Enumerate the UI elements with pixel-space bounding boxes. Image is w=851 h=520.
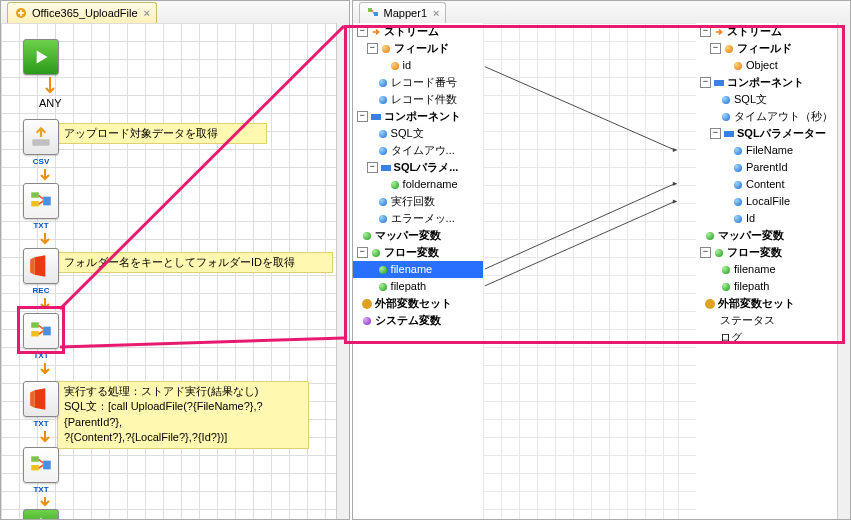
tgt-filepath-var[interactable]: filepath — [696, 278, 838, 295]
annotation-3: 実行する処理：ストアド実行(結果なし) SQL文：[call UploadFil… — [57, 381, 309, 449]
mapper-icon — [28, 452, 54, 478]
step-mapper-1[interactable]: TXT — [23, 183, 59, 230]
src-stream[interactable]: −ストリーム — [353, 23, 483, 40]
src-record-no[interactable]: レコード番号 — [353, 74, 483, 91]
src-ext-var[interactable]: 外部変数セット — [353, 295, 483, 312]
src-sql-param[interactable]: −SQLパラメ... — [353, 159, 483, 176]
tgt-object[interactable]: Object — [696, 57, 838, 74]
link-label: ANY — [39, 97, 62, 109]
svg-rect-3 — [31, 201, 39, 206]
tgt-log[interactable]: ログ — [696, 329, 838, 346]
src-record-count[interactable]: レコード件数 — [353, 91, 483, 108]
arrow-down-icon — [44, 77, 56, 97]
divider-canvas — [678, 23, 696, 519]
svg-point-15 — [362, 299, 372, 309]
step-tag: TXT — [33, 485, 48, 494]
tgt-sql-param[interactable]: −SQLパラメーター — [696, 125, 838, 142]
src-flow-var[interactable]: −フロー変数 — [353, 244, 483, 261]
svg-rect-1 — [32, 139, 49, 146]
svg-rect-4 — [43, 197, 51, 206]
map-lines — [483, 23, 678, 519]
tgt-status[interactable]: ステータス — [696, 312, 838, 329]
flow-canvas[interactable]: ANY アップロード対象データを取得 CSV TXT フォルダー名をキーとしてフ… — [1, 23, 337, 519]
annot3-line2: SQL文：[call UploadFile(?{FileName?},?{Par… — [64, 399, 302, 430]
step-tag: TXT — [33, 221, 48, 230]
mapper-pane: Mapper1 × −ストリーム −フィールド id レコード番号 レコード件数… — [352, 0, 851, 520]
tgt-stream[interactable]: −ストリーム — [696, 23, 838, 40]
arrow-down-icon — [39, 363, 51, 377]
tgt-flow-var[interactable]: −フロー変数 — [696, 244, 838, 261]
src-mapper-var[interactable]: マッパー変数 — [353, 227, 483, 244]
svg-rect-14 — [381, 165, 391, 171]
close-icon[interactable]: × — [433, 7, 439, 19]
svg-rect-12 — [374, 12, 378, 16]
office365-icon — [28, 253, 54, 279]
step-end[interactable] — [23, 509, 59, 519]
source-tree[interactable]: −ストリーム −フィールド id レコード番号 レコード件数 −コンポーネント … — [353, 23, 483, 519]
src-id[interactable]: id — [353, 57, 483, 74]
mapping-canvas[interactable] — [483, 23, 678, 519]
src-error-msg[interactable]: エラーメッ... — [353, 210, 483, 227]
svg-point-18 — [705, 299, 715, 309]
svg-rect-11 — [368, 8, 372, 12]
tgt-field[interactable]: −フィールド — [696, 40, 838, 57]
tgt-localfile[interactable]: LocalFile — [696, 193, 838, 210]
step-stored-proc[interactable]: TXT — [23, 381, 59, 428]
src-component[interactable]: −コンポーネント — [353, 108, 483, 125]
arrow-down-icon — [39, 169, 51, 183]
svg-rect-17 — [724, 131, 734, 137]
src-filepath[interactable]: filepath — [353, 278, 483, 295]
src-sql[interactable]: SQL文 — [353, 125, 483, 142]
tab-office365-uploadfile[interactable]: Office365_UploadFile × — [7, 2, 157, 23]
tab-label: Mapper1 — [384, 7, 427, 19]
step-start[interactable] — [23, 39, 59, 75]
annot3-line3: ?{Content?},?{LocalFile?},?{Id?})] — [64, 430, 302, 445]
step-tag: REC — [33, 286, 50, 295]
svg-rect-5 — [31, 322, 39, 327]
csv-upload-icon — [28, 124, 54, 150]
office365-icon — [28, 386, 54, 412]
src-sys-var[interactable]: システム変数 — [353, 312, 483, 329]
right-vertical-scrollbar[interactable] — [837, 23, 850, 519]
step-tag: TXT — [33, 419, 48, 428]
step-tag: TXT — [33, 351, 48, 360]
tgt-mapper-var[interactable]: マッパー変数 — [696, 227, 838, 244]
close-icon[interactable]: × — [144, 7, 150, 19]
src-timeout[interactable]: タイムアウ... — [353, 142, 483, 159]
tab-mapper1[interactable]: Mapper1 × — [359, 2, 447, 23]
tgt-filename[interactable]: FileName — [696, 142, 838, 159]
src-filename-selected[interactable]: filename — [353, 261, 483, 278]
svg-rect-8 — [31, 456, 39, 461]
step-mapper-3[interactable]: TXT — [23, 447, 59, 494]
tgt-id[interactable]: Id — [696, 210, 838, 227]
tab-label: Office365_UploadFile — [32, 7, 138, 19]
src-exec-count[interactable]: 実行回数 — [353, 193, 483, 210]
step-csv-read[interactable]: CSV — [23, 119, 59, 166]
end-icon — [30, 513, 52, 519]
right-tab-bar: Mapper1 × — [353, 1, 850, 24]
left-tab-bar: Office365_UploadFile × — [1, 1, 349, 24]
arrow-down-icon — [39, 298, 51, 312]
arrow-down-icon — [39, 497, 51, 509]
tgt-content[interactable]: Content — [696, 176, 838, 193]
tgt-timeout[interactable]: タイムアウト（秒） — [696, 108, 838, 125]
tgt-component[interactable]: −コンポーネント — [696, 74, 838, 91]
target-tree[interactable]: −ストリーム −フィールド Object −コンポーネント SQL文 タイムアウ… — [696, 23, 838, 519]
tgt-sql[interactable]: SQL文 — [696, 91, 838, 108]
step-mapper-2-selected[interactable]: TXT — [23, 313, 59, 360]
step-tag: CSV — [33, 157, 49, 166]
svg-rect-9 — [31, 465, 39, 470]
svg-rect-6 — [31, 331, 39, 336]
svg-rect-16 — [714, 80, 724, 86]
tgt-parentid[interactable]: ParentId — [696, 159, 838, 176]
svg-rect-7 — [43, 327, 51, 336]
left-vertical-scrollbar[interactable] — [336, 23, 349, 519]
src-foldername[interactable]: foldername — [353, 176, 483, 193]
tgt-filename-var[interactable]: filename — [696, 261, 838, 278]
mapper-icon — [28, 318, 54, 344]
arrow-down-icon — [39, 233, 51, 247]
step-office365-query[interactable]: REC — [23, 248, 59, 295]
annotation-1: アップロード対象データを取得 — [57, 123, 267, 144]
tgt-ext-var[interactable]: 外部変数セット — [696, 295, 838, 312]
src-field[interactable]: −フィールド — [353, 40, 483, 57]
